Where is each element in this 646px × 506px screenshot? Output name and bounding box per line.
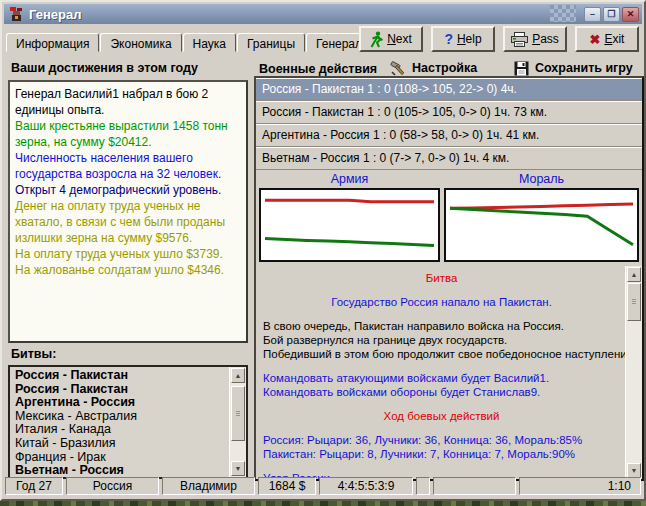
achievements-box: Генерал Василий1 набрал в бою 2 единицы … [8, 80, 248, 343]
pass-button[interactable]: Pass [503, 26, 567, 52]
pass-label: Pass [532, 32, 559, 46]
app-icon [9, 7, 24, 22]
window-title: Генерал [29, 7, 81, 22]
battles-list-item[interactable]: Вьетнам - Россия [15, 464, 226, 478]
titlebar-artifact [550, 5, 576, 22]
battles-list-item[interactable]: Россия - Пакистан [15, 383, 226, 397]
status-cell: 4:4:5:5:3:9 [319, 477, 413, 495]
status-cell: 1684 $ [258, 477, 316, 495]
status-bar: Год 27РоссияВладимир1684 $4:4:5:5:3:91:1… [5, 477, 641, 495]
battles-list-item[interactable]: Франция - Ирак [15, 451, 226, 465]
battle-log-line [263, 461, 620, 471]
military-actions-title: Военные действия [259, 62, 377, 76]
app-window: Генерал – ❐ ✕ ИнформацияЭкономикаНаукаГр… [0, 0, 646, 501]
exit-button[interactable]: ✖ Exit [575, 26, 639, 52]
minimize-button[interactable]: – [584, 7, 601, 22]
battle-log-line: Пакистан: Рыцари: 8, Лучники: 7, Конница… [263, 447, 620, 461]
battle-row[interactable]: Россия - Пакистан 1 : 0 (108-> 105, 22->… [256, 78, 642, 101]
exit-label: Exit [604, 32, 624, 46]
battles-list-item[interactable]: Мексика - Австралия [15, 410, 226, 424]
achievement-line: Открыт 4 демографический уровень. [15, 182, 241, 198]
tab[interactable]: Экономика [100, 33, 181, 52]
achievement-line: Численность населения вашего государства… [15, 150, 241, 182]
help-label: Help [457, 32, 482, 46]
battle-log-line: Государство Россия напало на Пакистан. [263, 295, 620, 309]
tab[interactable]: Границы [237, 33, 305, 52]
tab-bar: ИнформацияЭкономикаНаукаГраницыГенералы [6, 28, 382, 52]
save-game-label: Сохранить игру [535, 61, 633, 75]
tab[interactable]: Наука [183, 33, 236, 52]
battle-log-line [263, 399, 620, 409]
close-button[interactable]: ✕ [622, 7, 639, 22]
floppy-save-icon [514, 61, 529, 76]
save-game-button[interactable]: Сохранить игру [514, 58, 633, 78]
tools-icon [390, 60, 406, 76]
army-chart-title: Армия [259, 170, 440, 188]
maximize-button[interactable]: ❐ [603, 7, 620, 22]
achievement-line: Денег на оплату труда ученых не хватало,… [15, 198, 241, 246]
next-label: Next [387, 32, 412, 46]
battle-log-line [263, 309, 620, 319]
battle-log-line: Командовать войсками обороны будет Стани… [263, 385, 620, 399]
battle-log-line: Битва [263, 271, 620, 285]
battle-log-line: Россия: Рыцари: 36, Лучники: 36, Конница… [263, 433, 620, 447]
status-cell: 1:10 [519, 477, 641, 495]
military-actions-panel: Россия - Пакистан 1 : 0 (108-> 105, 22->… [254, 76, 644, 481]
status-cell: Год 27 [5, 477, 63, 495]
help-button[interactable]: ? Help [431, 26, 495, 52]
settings-label: Настройка [412, 61, 477, 75]
titlebar[interactable]: Генерал – ❐ ✕ [4, 4, 642, 24]
battles-title: Битвы: [11, 347, 56, 361]
morale-chart-title: Мораль [444, 170, 639, 188]
battles-list-item[interactable]: Россия - Пакистан [15, 369, 226, 383]
scrollbar-thumb[interactable] [231, 386, 245, 441]
runner-icon [370, 31, 383, 48]
status-cell [433, 477, 516, 495]
settings-button[interactable]: Настройка [390, 58, 477, 78]
battle-log-line [263, 361, 620, 371]
scroll-down-icon[interactable] [627, 463, 641, 478]
scroll-down-icon[interactable] [231, 461, 245, 476]
morale-chart [444, 188, 639, 262]
battle-row[interactable]: Аргентина - Россия 1 : 0 (58-> 58, 0-> 0… [256, 124, 642, 147]
scroll-up-icon[interactable] [231, 368, 245, 383]
scrollbar-thumb[interactable] [627, 283, 641, 321]
battle-log-line: В свою очередь, Пакистан направило войск… [263, 319, 620, 333]
battles-list-item[interactable]: Аргентина - Россия [15, 396, 226, 410]
battle-log: БитваГосударство Россия напало на Пакист… [256, 266, 642, 479]
achievements-title: Ваши достижения в этом году [11, 61, 198, 75]
battles-list-item[interactable]: Китай - Бразилия [15, 437, 226, 451]
battles-scrollbar[interactable] [229, 367, 246, 477]
battle-log-line: Бой развернулся на границе двух государс… [263, 333, 620, 347]
status-cell: Россия [66, 477, 159, 495]
scroll-up-icon[interactable] [627, 267, 641, 282]
printer-icon [511, 32, 528, 47]
status-cell [416, 477, 430, 495]
tab[interactable]: Информация [6, 33, 99, 52]
action-buttons: Next ? Help Pass ✖ Exit [359, 26, 639, 52]
battles-list: Россия - ПакистанРоссия - ПакистанАргент… [8, 365, 248, 479]
achievement-line: Генерал Василий1 набрал в бою 2 единицы … [15, 86, 241, 118]
achievement-line: На оплату труда ученых ушло $3739. [15, 246, 241, 262]
battle-row[interactable]: Вьетнам - Россия 1 : 0 (7-> 7, 0-> 0) 1ч… [256, 147, 642, 170]
army-chart [259, 188, 440, 262]
battle-log-line: Победивший в этом бою продолжит свое поб… [263, 347, 620, 361]
status-cell: Владимир [162, 477, 255, 495]
achievement-line: На жалованье солдатам ушло $4346. [15, 262, 241, 278]
battle-rows: Россия - Пакистан 1 : 0 (108-> 105, 22->… [256, 78, 642, 170]
question-icon: ? [444, 32, 453, 46]
battles-list-item[interactable]: Италия - Канада [15, 423, 226, 437]
charts-section: Армия Мораль [256, 170, 642, 266]
battle-log-line: Ход боевых действий [263, 409, 620, 423]
exit-x-icon: ✖ [590, 33, 601, 46]
battle-log-line: Командовать атакующими войсками будет Ва… [263, 371, 620, 385]
next-button[interactable]: Next [359, 26, 423, 52]
battle-log-line [263, 423, 620, 433]
battle-log-scrollbar[interactable] [625, 266, 642, 479]
battle-log-line [263, 285, 620, 295]
achievement-line: Ваши крестьяне вырастили 1458 тонн зерна… [15, 118, 241, 150]
battle-row[interactable]: Россия - Пакистан 1 : 0 (105-> 105, 0-> … [256, 101, 642, 124]
